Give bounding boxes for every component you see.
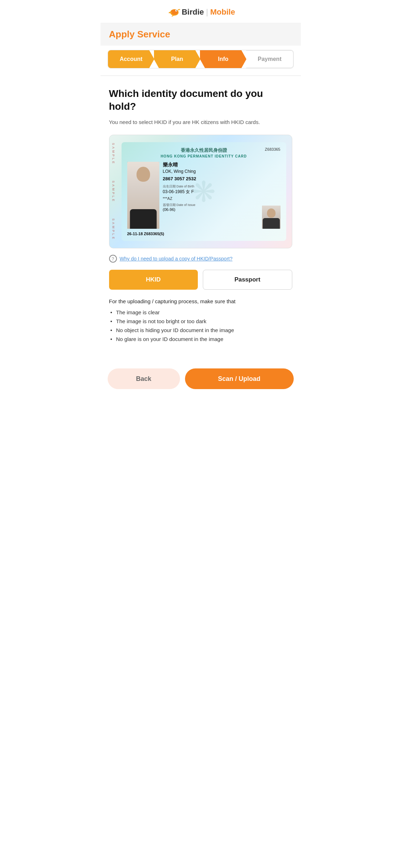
id-card-photo (127, 162, 159, 229)
step-plan[interactable]: Plan (154, 50, 200, 68)
id-card-en-title: HONG KONG PERMANENT IDENTITY CARD (127, 154, 281, 158)
bottom-buttons: Back Scan / Upload (101, 363, 301, 400)
upload-instruction-item-2: The image is not too bright or too dark (109, 317, 292, 326)
sample-watermark-3: SAMPLE (112, 218, 115, 241)
help-link[interactable]: Why do I need to upload a copy of HKID/P… (120, 256, 233, 262)
hkid-button[interactable]: HKID (109, 270, 198, 290)
doc-type-selection: HKID Passport (109, 270, 292, 290)
help-row: ? Why do I need to upload a copy of HKID… (109, 255, 292, 263)
main-content: Which identity document do you hold? You… (101, 84, 301, 363)
id-card-issue-label: 簽發日期 Date of Issue (163, 203, 196, 207)
birdie-logo-icon (166, 6, 180, 18)
logo: Birdie | Mobile (166, 6, 235, 18)
passport-button[interactable]: Passport (203, 270, 292, 290)
help-icon: ? (109, 255, 117, 263)
upload-instructions: For the uploading / capturing process, m… (109, 298, 292, 343)
id-card-cn-title: 香港永久性居民身份證 (127, 147, 281, 154)
header: Birdie | Mobile (101, 0, 301, 23)
sample-watermark-2: SAMPLE (112, 181, 115, 203)
section-divider (101, 76, 301, 76)
logo-divider: | (206, 7, 208, 17)
logo-mobile-text: Mobile (210, 7, 235, 17)
id-card-small-photo (262, 206, 281, 229)
id-card-dob-value: 03-06-1985 女 F (163, 189, 281, 195)
svg-point-3 (176, 10, 177, 11)
page-question: Which identity document do you hold? (109, 87, 292, 113)
steps-breadcrumb: Account Plan Info Payment (108, 50, 294, 68)
id-card-inner: Z683365 香港永久性居民身份證 HONG KONG PERMANENT I… (122, 142, 286, 241)
id-card-name-en: LOK, Wing Ching (163, 169, 281, 174)
sample-watermark-1: SAMPLE (112, 143, 115, 165)
upload-instruction-item-1: The image is clear (109, 308, 292, 317)
step-info[interactable]: Info (200, 50, 246, 68)
id-card-name-cn: 樂永晴 (163, 162, 281, 168)
id-card-dob-label: 出生日期 Date of Birth (163, 184, 281, 189)
back-button[interactable]: Back (108, 368, 180, 389)
apply-service-title: Apply Service (109, 29, 170, 40)
apply-service-bar: Apply Service (101, 23, 301, 46)
scan-upload-button[interactable]: Scan / Upload (185, 368, 294, 389)
id-card-info-block: 樂永晴 LOK, Wing Ching 2867 3057 2532 出生日期 … (163, 162, 281, 229)
id-card-preview: SAMPLE SAMPLE SAMPLE Z683365 香港永久性居民身份證 … (109, 135, 292, 248)
step-account[interactable]: Account (108, 50, 154, 68)
upload-instruction-item-4: No glare is on your ID document in the i… (109, 335, 292, 343)
upload-instruction-item-3: No object is hiding your ID document in … (109, 326, 292, 335)
id-card-body: 樂永晴 LOK, Wing Ching 2867 3057 2532 出生日期 … (127, 162, 281, 229)
page-subtitle: You need to select HKID if you are HK ci… (109, 118, 292, 126)
id-card-issue-value: (06-96) (163, 207, 196, 212)
id-card-doc-number: Z683365 (265, 147, 280, 151)
id-card-id-number: 2867 3057 2532 (163, 176, 281, 181)
id-card-date-row: 26-11-18 Z683365(5) (127, 232, 281, 236)
upload-instructions-list: The image is clear The image is not too … (109, 308, 292, 343)
logo-birdie-text: Birdie (182, 7, 204, 17)
id-card-doc-suffix: ***AZ (163, 196, 281, 201)
upload-instructions-title: For the uploading / capturing process, m… (109, 298, 292, 304)
step-payment[interactable]: Payment (246, 50, 293, 68)
